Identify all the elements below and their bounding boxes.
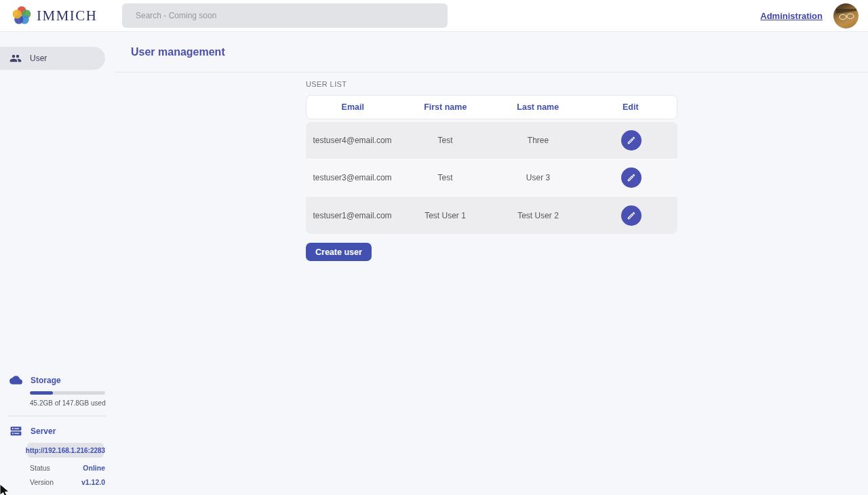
cell-email: testuser4@email.com [306, 136, 399, 145]
page-title: User management [115, 32, 868, 72]
user-list-label: USER LIST [306, 80, 677, 88]
edit-user-button[interactable] [621, 130, 642, 151]
main-panel: User management USER LIST Email First na… [115, 32, 868, 495]
search-input[interactable] [122, 3, 448, 28]
table-row: testuser1@email.com Test User 1 Test Use… [306, 197, 677, 234]
column-header-last-name: Last name [492, 102, 585, 112]
version-label: Version [30, 478, 54, 486]
users-icon [9, 52, 22, 64]
status-label: Status [30, 464, 50, 472]
status-value: Online [83, 464, 105, 472]
sidebar: User Storage 45.2GB of 147.8GB used [0, 32, 115, 495]
sidebar-item-user[interactable]: User [0, 47, 105, 70]
sidebar-footer: Storage 45.2GB of 147.8GB used Server [0, 374, 115, 486]
cloud-icon [9, 374, 22, 387]
version-value: v1.12.0 [81, 478, 105, 486]
create-user-button[interactable]: Create user [306, 243, 372, 261]
edit-user-button[interactable] [621, 167, 642, 188]
pencil-icon [627, 173, 636, 182]
column-header-first-name: First name [399, 102, 492, 112]
user-avatar[interactable] [833, 3, 859, 28]
cell-last-name: Test User 2 [492, 211, 585, 220]
server-url: http://192.168.1.216:2283 [27, 443, 104, 458]
cell-email: testuser3@email.com [306, 173, 399, 182]
administration-link[interactable]: Administration [760, 11, 823, 21]
table-row: testuser3@email.com Test User 3 [306, 159, 677, 197]
cell-first-name: Test [399, 136, 492, 145]
immich-logo[interactable]: IMMICH [12, 5, 98, 26]
sidebar-item-user-label: User [30, 54, 47, 63]
pencil-icon [627, 211, 636, 220]
glasses-icon [836, 9, 856, 22]
pencil-icon [627, 136, 636, 145]
server-version-row: Version v1.12.0 [30, 478, 105, 486]
cell-last-name: Three [492, 136, 585, 145]
column-header-edit: Edit [585, 102, 677, 112]
server-status-row: Status Online [30, 464, 105, 472]
user-table-header: Email First name Last name Edit [306, 95, 677, 119]
cell-first-name: Test [399, 173, 492, 182]
server-icon [9, 424, 22, 437]
storage-usage-text: 45.2GB of 147.8GB used [30, 399, 115, 407]
sidebar-divider [8, 416, 106, 416]
server-title: Server [31, 427, 56, 436]
top-bar: IMMICH Administration [0, 0, 868, 32]
title-divider [115, 72, 868, 73]
column-header-email: Email [307, 102, 399, 112]
cell-first-name: Test User 1 [399, 211, 492, 220]
storage-progress-bar [30, 391, 105, 395]
storage-progress-fill [30, 391, 53, 395]
storage-title: Storage [31, 376, 61, 385]
edit-user-button[interactable] [621, 205, 642, 226]
mouse-cursor [0, 483, 12, 495]
logo-text: IMMICH [37, 7, 98, 24]
immich-flower-icon [12, 5, 32, 26]
user-table-body: testuser4@email.com Test Three testuser3… [306, 122, 677, 234]
cell-last-name: User 3 [492, 173, 585, 182]
cell-email: testuser1@email.com [306, 211, 399, 220]
table-row: testuser4@email.com Test Three [306, 122, 677, 159]
